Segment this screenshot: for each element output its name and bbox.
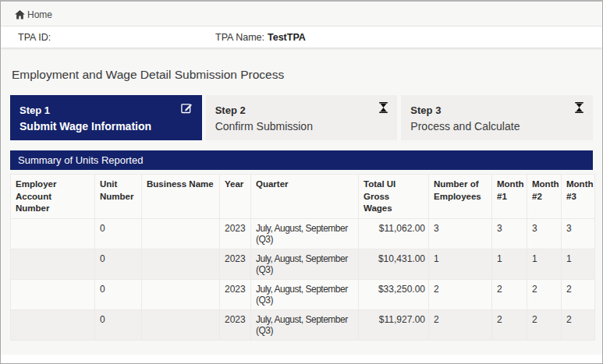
cell-unit-number: 0: [95, 249, 142, 279]
cell-number-of-employees: 3: [429, 218, 492, 249]
tpa-name-label: TPA Name:: [215, 32, 264, 43]
cell-month-3: 2: [562, 309, 595, 340]
cell-year: 2023: [220, 218, 251, 249]
home-link[interactable]: Home: [15, 9, 52, 20]
page-title: Employment and Wage Detail Submission Pr…: [12, 68, 593, 82]
hourglass-icon: [379, 102, 388, 116]
table-header-row: Employer Account Number Unit Number Busi…: [11, 175, 595, 219]
cell-month-3: 1: [562, 249, 595, 279]
cell-year: 2023: [220, 309, 251, 340]
table-row: 0 2023 July, August, September (Q3) $11,…: [11, 309, 595, 340]
home-icon: [15, 10, 25, 19]
cell-total-ui-gross-wages: $33,250.00: [359, 279, 429, 309]
tpa-bar: TPA ID: TPA Name:TestTPA: [1, 27, 602, 48]
column-header-month-3: Month #3: [562, 175, 595, 219]
cell-month-2: 2: [527, 279, 562, 309]
cell-total-ui-gross-wages: $10,431.00: [359, 249, 429, 279]
cell-month-1: 2: [492, 279, 527, 309]
table-row: 0 2023 July, August, September (Q3) $33,…: [11, 279, 595, 309]
breadcrumb: Home: [1, 2, 602, 27]
table-row: 0 2023 July, August, September (Q3) $11,…: [11, 218, 595, 249]
units-table: Employer Account Number Unit Number Busi…: [10, 174, 595, 341]
cell-business-name: [142, 218, 220, 249]
column-header-number-of-employees: Number of Employees: [429, 175, 492, 219]
cell-unit-number: 0: [95, 218, 142, 249]
home-label: Home: [27, 9, 52, 20]
cell-month-1: 3: [492, 218, 527, 249]
tpa-id-label: TPA ID:: [18, 32, 51, 43]
table-row: 0 2023 July, August, September (Q3) $10,…: [11, 249, 595, 279]
tpa-name: TPA Name:TestTPA: [215, 32, 306, 43]
cell-employer-account-number: [11, 279, 95, 309]
tab-step-1[interactable]: Step 1 Submit Wage Information: [10, 95, 202, 140]
column-header-total-ui-gross-wages: Total UI Gross Wages: [359, 175, 429, 219]
cell-quarter: July, August, September (Q3): [251, 249, 359, 279]
cell-number-of-employees: 2: [429, 279, 492, 309]
edit-icon: [181, 102, 193, 117]
tab-step-3[interactable]: Step 3 Process and Calculate: [401, 95, 593, 140]
bottom-strip: [1, 355, 602, 363]
cell-unit-number: 0: [95, 309, 142, 340]
cell-month-1: 1: [492, 249, 527, 279]
cell-business-name: [142, 279, 220, 309]
column-header-quarter: Quarter: [251, 175, 359, 219]
column-header-year: Year: [220, 175, 251, 219]
step-2-label: Step 2: [215, 103, 388, 118]
column-header-employer-account-number: Employer Account Number: [11, 175, 95, 219]
cell-year: 2023: [220, 279, 251, 309]
tab-step-2[interactable]: Step 2 Confirm Submission: [206, 95, 398, 140]
summary-header: Summary of Units Reported: [10, 150, 593, 170]
cell-number-of-employees: 2: [429, 309, 492, 340]
cell-employer-account-number: [11, 249, 95, 279]
app-window: Home TPA ID: TPA Name:TestTPA Employment…: [0, 0, 603, 364]
cell-number-of-employees: 1: [429, 249, 492, 279]
cell-quarter: July, August, September (Q3): [251, 279, 359, 309]
step-2-title: Confirm Submission: [215, 118, 388, 134]
cell-total-ui-gross-wages: $11,927.00: [359, 309, 429, 340]
cell-month-2: 2: [527, 309, 562, 340]
step-3-title: Process and Calculate: [410, 118, 583, 134]
cell-month-1: 2: [492, 309, 527, 340]
column-header-month-1: Month #1: [492, 175, 527, 219]
cell-month-2: 3: [527, 218, 562, 249]
cell-business-name: [142, 249, 220, 279]
cell-employer-account-number: [11, 309, 95, 340]
cell-month-3: 2: [562, 279, 595, 309]
hourglass-icon: [575, 102, 583, 116]
tpa-name-value: TestTPA: [268, 32, 306, 43]
column-header-business-name: Business Name: [142, 175, 220, 219]
cell-month-2: 1: [527, 249, 562, 279]
cell-unit-number: 0: [95, 279, 142, 309]
column-header-unit-number: Unit Number: [95, 175, 142, 219]
cell-quarter: July, August, September (Q3): [251, 309, 359, 340]
cell-employer-account-number: [11, 218, 95, 249]
cell-month-3: 3: [562, 218, 595, 249]
cell-total-ui-gross-wages: $11,062.00: [359, 218, 429, 249]
column-header-month-2: Month #2: [527, 175, 562, 219]
cell-year: 2023: [220, 249, 251, 279]
cell-business-name: [142, 309, 220, 340]
step-tabs: Step 1 Submit Wage Information Step 2 Co…: [10, 95, 593, 140]
step-1-title: Submit Wage Information: [20, 118, 193, 134]
step-1-label: Step 1: [20, 103, 193, 118]
cell-quarter: July, August, September (Q3): [251, 218, 359, 249]
step-3-label: Step 3: [410, 103, 583, 118]
